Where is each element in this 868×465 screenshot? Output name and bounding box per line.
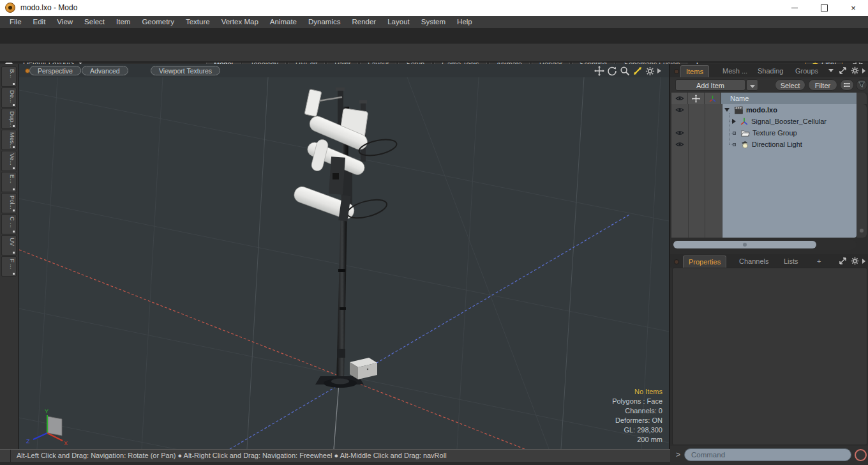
viewport-info: No Items Polygons : Face Channels: 0 Def…	[612, 387, 662, 445]
menu-edit[interactable]: Edit	[27, 16, 52, 28]
menu-item[interactable]: Item	[110, 16, 136, 28]
sidebar-tab-mesh[interactable]: Mes...	[1, 130, 17, 150]
record-macro-button[interactable]	[855, 449, 867, 461]
minimize-button[interactable]	[780, 0, 809, 16]
leaf-marker-icon	[733, 143, 736, 146]
menu-animate[interactable]: Animate	[264, 16, 303, 28]
menu-render[interactable]: Render	[346, 16, 382, 28]
visibility-eye-icon[interactable]	[672, 127, 687, 139]
visibility-eye-icon[interactable]	[672, 139, 687, 150]
menu-select[interactable]: Select	[79, 16, 110, 28]
viewport-canvas[interactable]: Y X Z No Items Polygons : Face Channels:…	[19, 77, 669, 449]
pop-out-icon[interactable]	[839, 257, 847, 265]
sidebar-tab-edge[interactable]: E...	[1, 172, 17, 192]
sidebar-tab-falloff[interactable]: F ...	[1, 256, 17, 277]
tab-mesh[interactable]: Mesh ...	[717, 65, 752, 77]
tab-channels[interactable]: Channels	[734, 255, 774, 268]
tab-groups[interactable]: Groups	[790, 65, 823, 77]
sidebar-tab-vertex[interactable]: Ve...	[1, 151, 17, 171]
command-input[interactable]	[684, 448, 851, 461]
expander-icon[interactable]	[732, 119, 736, 124]
list-style-button[interactable]	[840, 79, 854, 91]
info-deformers: Deformers: ON	[612, 416, 662, 425]
info-no-items: No Items	[612, 387, 662, 397]
panel-more-icon[interactable]	[862, 68, 865, 73]
menu-vertex-map[interactable]: Vertex Map	[216, 16, 264, 28]
maximize-viewport-icon[interactable]	[632, 66, 643, 76]
list-icon	[843, 82, 851, 88]
panel-gear-icon[interactable]	[851, 257, 859, 265]
viewport-mode-perspective[interactable]: Perspective	[29, 66, 81, 75]
viewport-mode-textures[interactable]: Viewport Textures	[151, 66, 220, 75]
tree-row-mesh[interactable]: Signal_Booster_Cellular	[732, 116, 827, 127]
menu-texture[interactable]: Texture	[180, 16, 216, 28]
tree-header: Name	[670, 93, 868, 104]
sidebar-tab-uv[interactable]: UV	[1, 235, 17, 255]
pan-icon[interactable]	[594, 66, 604, 76]
name-column-header[interactable]: Name	[721, 93, 857, 104]
junction-box	[350, 358, 377, 379]
tab-lists[interactable]: Lists	[779, 255, 804, 268]
scroll-thumb[interactable]	[673, 241, 816, 248]
viewport-gear-icon[interactable]	[645, 66, 655, 76]
filter-funnel-button[interactable]	[856, 79, 867, 91]
menu-view[interactable]: View	[51, 16, 79, 28]
properties-body	[672, 268, 867, 445]
column-axis[interactable]	[705, 93, 721, 104]
add-item-dropdown[interactable]	[746, 79, 758, 91]
gizmo-z-label: Z	[26, 438, 30, 445]
panel-thumb-icon[interactable]	[674, 259, 679, 264]
tab-items[interactable]: Items	[680, 65, 709, 77]
tree-row-scene[interactable]: modo.lxo	[724, 104, 777, 116]
item-tree: modo.lxo Signal_Booster_Cellular Texture…	[670, 104, 868, 239]
panel-gear-icon[interactable]	[851, 66, 859, 75]
tab-properties[interactable]: Properties	[683, 255, 726, 268]
panel-more-icon[interactable]	[862, 259, 865, 264]
maximize-button[interactable]	[809, 0, 839, 16]
sidebar-tab-curves[interactable]: C ...	[1, 214, 17, 234]
sidebar-tab-polygon[interactable]: Pol...	[1, 193, 17, 213]
column-lock[interactable]	[688, 93, 705, 104]
sidebar-tab-deform[interactable]: De...	[1, 88, 17, 108]
pop-out-icon[interactable]	[839, 66, 847, 75]
add-panel-tab-button[interactable]: +	[812, 255, 826, 268]
tab-shading[interactable]: Shading	[752, 65, 788, 77]
menu-system[interactable]: System	[415, 16, 451, 28]
menu-file[interactable]: File	[4, 16, 27, 28]
scene-3d: Y X Z	[19, 77, 669, 449]
info-gl: GL: 298,300	[612, 425, 662, 435]
zoom-icon[interactable]	[620, 66, 630, 76]
tree-rows-area: modo.lxo Signal_Booster_Cellular Texture…	[722, 104, 857, 238]
menu-layout[interactable]: Layout	[382, 16, 415, 28]
panel-thumb-icon[interactable]	[674, 69, 679, 74]
command-prompt: >	[676, 450, 680, 459]
menu-geometry[interactable]: Geometry	[136, 16, 180, 28]
expander-icon[interactable]	[724, 108, 730, 112]
sidebar-tab-duplicate[interactable]: Dup...	[1, 109, 17, 129]
bottom-strip	[0, 462, 670, 465]
menu-help[interactable]: Help	[451, 16, 478, 28]
column-visibility[interactable]	[671, 93, 688, 104]
eye-icon	[675, 95, 684, 102]
funnel-icon	[858, 80, 865, 88]
close-button[interactable]: ×	[839, 0, 868, 16]
leaf-marker-icon	[733, 132, 736, 135]
add-item-button[interactable]: Add Item	[675, 79, 745, 91]
menu-dynamics[interactable]: Dynamics	[303, 16, 346, 28]
modo-window: modo.lxo - Modo × File Edit View Select …	[0, 0, 868, 465]
rotate-icon[interactable]	[607, 66, 617, 76]
filter-button[interactable]: Filter	[808, 79, 837, 91]
properties-panel-tabs: Properties Channels Lists +	[670, 254, 868, 268]
sidebar-tab-basic[interactable]: B...	[1, 66, 17, 87]
tree-row-texture-group[interactable]: Texture Group	[733, 127, 797, 139]
viewport-more-icon[interactable]	[657, 68, 661, 73]
tree-label: modo.lxo	[746, 106, 777, 114]
tree-vertical-scrollbar[interactable]	[857, 104, 867, 238]
tabs-overflow-icon[interactable]	[828, 69, 834, 72]
items-panel-tabs: Items Mesh ... Shading Groups	[670, 64, 868, 77]
viewport-mode-advanced[interactable]: Advanced	[82, 66, 128, 75]
tree-horizontal-scrollbar[interactable]	[671, 240, 857, 250]
visibility-eye-icon[interactable]	[672, 104, 687, 116]
tree-row-directional-light[interactable]: Directional Light	[733, 139, 802, 150]
select-button[interactable]: Select	[775, 79, 805, 91]
